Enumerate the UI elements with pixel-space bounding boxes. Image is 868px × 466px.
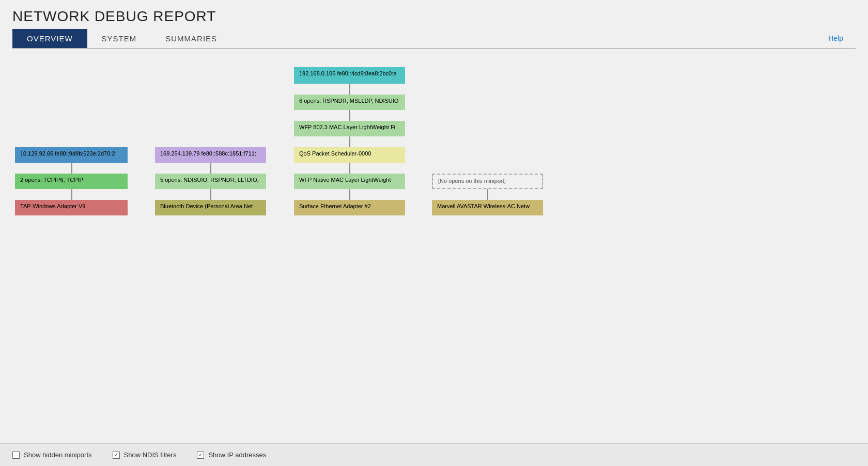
connector-6	[71, 163, 72, 174]
node-marvell: Marvell AVASTAR Wireless-AC Netw	[432, 200, 543, 215]
connector-4	[349, 163, 350, 174]
tab-system[interactable]: System	[87, 29, 151, 48]
node-ip-tap: 10.129.92.66 fe80::9d9b:523e:2d70:2	[15, 147, 128, 163]
node-wfp-native: WFP Native MAC Layer LightWeight	[294, 174, 405, 189]
node-ip-bt: 169.254.139.79 fe80::588c:1851:f711:	[155, 147, 266, 163]
show-ndis-label: Show NDIS filters	[124, 451, 177, 459]
connector-8	[210, 163, 211, 174]
nav-bar: Overview System Summaries Help	[12, 29, 856, 49]
main-content: 192.168.0.106 fe80::4cd9:8ea8:2bc0:e 6 o…	[0, 49, 868, 443]
footer-bar: Show hidden miniports Show NDIS filters …	[0, 443, 868, 466]
connector-9	[210, 189, 211, 200]
app-container: Network Debug Report Overview System Sum…	[0, 0, 868, 466]
node-ip-main: 192.168.0.106 fe80::4cd9:8ea8:2bc0:e	[294, 67, 405, 84]
tab-overview[interactable]: Overview	[12, 29, 87, 48]
app-title: Network Debug Report	[12, 8, 856, 25]
node-opens-bt: 5 opens: NDISUIO, RSPNDR, LLTDIO,	[155, 174, 266, 189]
diagram: 192.168.0.106 fe80::4cd9:8ea8:2bc0:e 6 o…	[12, 65, 856, 375]
node-surface-eth: Surface Ethernet Adapter #2	[294, 200, 405, 215]
show-hidden-label: Show hidden miniports	[24, 451, 92, 459]
node-qos: QoS Packet Scheduler-0000	[294, 147, 405, 163]
node-wfp-8023: WFP 802.3 MAC Layer LightWeight Fi	[294, 121, 405, 136]
connector-10	[487, 189, 488, 200]
connector-3	[349, 136, 350, 147]
show-hidden-checkbox[interactable]	[12, 452, 20, 459]
node-tap-adapter: TAP-Windows Adapter V9	[15, 200, 128, 215]
help-link[interactable]: Help	[828, 34, 843, 42]
show-ndis-checkbox[interactable]	[113, 452, 120, 459]
connector-2	[349, 110, 350, 121]
node-opens-main: 6 opens: RSPNDR, MSLLDP, NDISUIO	[294, 95, 405, 110]
connector-5	[349, 189, 350, 200]
node-bt-device: Bluetooth Device (Personal Area Net	[155, 200, 266, 215]
node-no-opens: [No opens on this miniport]	[432, 174, 543, 189]
header: Network Debug Report Overview System Sum…	[0, 0, 868, 49]
connector-1	[349, 84, 350, 95]
show-ndis-item[interactable]: Show NDIS filters	[113, 451, 177, 459]
node-opens-tap: 2 opens: TCPIP6, TCPIP	[15, 174, 128, 189]
show-ip-item[interactable]: Show IP addresses	[197, 451, 266, 459]
show-ip-checkbox[interactable]	[197, 452, 204, 459]
show-ip-label: Show IP addresses	[208, 451, 266, 459]
show-hidden-item[interactable]: Show hidden miniports	[12, 451, 92, 459]
tab-summaries[interactable]: Summaries	[151, 29, 231, 48]
connector-7	[71, 189, 72, 200]
